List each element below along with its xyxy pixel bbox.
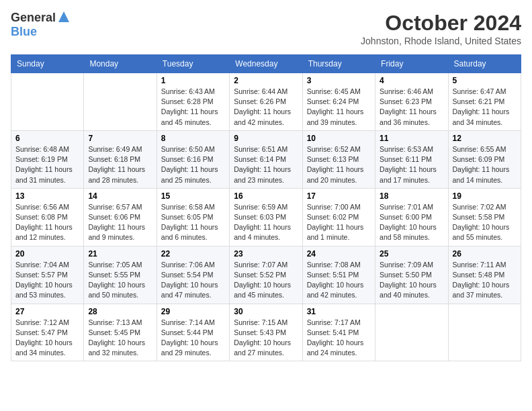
table-row: 4Sunrise: 6:46 AMSunset: 6:23 PMDaylight… xyxy=(375,73,448,131)
calendar-week-row: 27Sunrise: 7:12 AMSunset: 5:47 PMDayligh… xyxy=(11,304,521,361)
calendar-table: Sunday Monday Tuesday Wednesday Thursday… xyxy=(11,54,521,361)
day-number: 19 xyxy=(453,191,517,201)
cell-content: Sunrise: 6:46 AMSunset: 6:23 PMDaylight:… xyxy=(380,87,443,128)
cell-content: Sunrise: 6:55 AMSunset: 6:09 PMDaylight:… xyxy=(453,144,517,185)
table-row: 29Sunrise: 7:14 AMSunset: 5:44 PMDayligh… xyxy=(157,304,229,361)
table-row: 22Sunrise: 7:06 AMSunset: 5:54 PMDayligh… xyxy=(157,246,229,304)
cell-content: Sunrise: 6:53 AMSunset: 6:11 PMDaylight:… xyxy=(380,144,443,185)
day-number: 17 xyxy=(307,191,371,201)
cell-content: Sunrise: 6:58 AMSunset: 6:05 PMDaylight:… xyxy=(161,202,225,243)
table-row: 15Sunrise: 6:58 AMSunset: 6:05 PMDayligh… xyxy=(157,188,229,246)
day-number: 9 xyxy=(234,134,298,143)
table-row: 1Sunrise: 6:43 AMSunset: 6:28 PMDaylight… xyxy=(157,73,229,131)
table-row: 8Sunrise: 6:50 AMSunset: 6:16 PMDaylight… xyxy=(157,130,229,188)
day-number: 26 xyxy=(453,249,517,259)
cell-content: Sunrise: 7:15 AMSunset: 5:43 PMDaylight:… xyxy=(234,318,298,359)
cell-content: Sunrise: 6:57 AMSunset: 6:06 PMDaylight:… xyxy=(88,202,152,243)
day-number: 23 xyxy=(234,249,298,259)
cell-content: Sunrise: 6:49 AMSunset: 6:18 PMDaylight:… xyxy=(88,144,152,185)
table-row: 26Sunrise: 7:11 AMSunset: 5:48 PMDayligh… xyxy=(448,246,521,304)
table-row: 14Sunrise: 6:57 AMSunset: 6:06 PMDayligh… xyxy=(84,188,157,246)
table-row: 23Sunrise: 7:07 AMSunset: 5:52 PMDayligh… xyxy=(230,246,302,304)
cell-content: Sunrise: 6:43 AMSunset: 6:28 PMDaylight:… xyxy=(161,87,225,128)
day-number: 2 xyxy=(234,76,298,85)
cell-content: Sunrise: 7:12 AMSunset: 5:47 PMDaylight:… xyxy=(15,318,79,359)
table-row: 7Sunrise: 6:49 AMSunset: 6:18 PMDaylight… xyxy=(84,130,157,188)
day-number: 22 xyxy=(161,249,225,259)
cell-content: Sunrise: 6:52 AMSunset: 6:13 PMDaylight:… xyxy=(307,144,371,185)
svg-marker-0 xyxy=(58,11,69,22)
table-row xyxy=(448,304,521,361)
table-row xyxy=(84,73,157,131)
calendar-week-row: 13Sunrise: 6:56 AMSunset: 6:08 PMDayligh… xyxy=(11,188,521,246)
day-number: 15 xyxy=(161,191,225,201)
cell-content: Sunrise: 7:14 AMSunset: 5:44 PMDaylight:… xyxy=(161,318,225,359)
table-row: 31Sunrise: 7:17 AMSunset: 5:41 PMDayligh… xyxy=(302,304,375,361)
table-row xyxy=(375,304,448,361)
cell-content: Sunrise: 7:02 AMSunset: 5:58 PMDaylight:… xyxy=(453,202,517,243)
cell-content: Sunrise: 7:17 AMSunset: 5:41 PMDaylight:… xyxy=(307,318,371,359)
day-number: 31 xyxy=(307,307,371,316)
cell-content: Sunrise: 7:05 AMSunset: 5:55 PMDaylight:… xyxy=(88,260,152,301)
calendar-header-row: Sunday Monday Tuesday Wednesday Thursday… xyxy=(11,55,521,73)
col-friday: Friday xyxy=(375,55,448,73)
day-number: 4 xyxy=(380,76,443,85)
logo-general-text: General xyxy=(11,11,56,25)
table-row: 18Sunrise: 7:01 AMSunset: 6:00 PMDayligh… xyxy=(375,188,448,246)
table-row: 11Sunrise: 6:53 AMSunset: 6:11 PMDayligh… xyxy=(375,130,448,188)
table-row: 6Sunrise: 6:48 AMSunset: 6:19 PMDaylight… xyxy=(11,130,84,188)
logo-triangle-icon xyxy=(58,11,70,26)
day-number: 8 xyxy=(161,134,225,143)
day-number: 30 xyxy=(234,307,298,316)
cell-content: Sunrise: 7:08 AMSunset: 5:51 PMDaylight:… xyxy=(307,260,371,301)
day-number: 5 xyxy=(453,76,517,85)
logo: General Blue xyxy=(11,11,70,39)
table-row: 13Sunrise: 6:56 AMSunset: 6:08 PMDayligh… xyxy=(11,188,84,246)
table-row: 5Sunrise: 6:47 AMSunset: 6:21 PMDaylight… xyxy=(448,73,521,131)
calendar-week-row: 1Sunrise: 6:43 AMSunset: 6:28 PMDaylight… xyxy=(11,73,521,131)
logo-blue-text: Blue xyxy=(11,25,37,38)
day-number: 25 xyxy=(380,249,443,259)
day-number: 7 xyxy=(88,134,152,143)
table-row: 19Sunrise: 7:02 AMSunset: 5:58 PMDayligh… xyxy=(448,188,521,246)
cell-content: Sunrise: 6:59 AMSunset: 6:03 PMDaylight:… xyxy=(234,202,298,243)
col-sunday: Sunday xyxy=(11,55,84,73)
title-section: October 2024 Johnston, Rhode Island, Uni… xyxy=(361,11,521,46)
cell-content: Sunrise: 6:50 AMSunset: 6:16 PMDaylight:… xyxy=(161,144,225,185)
cell-content: Sunrise: 6:56 AMSunset: 6:08 PMDaylight:… xyxy=(15,202,79,243)
cell-content: Sunrise: 7:00 AMSunset: 6:02 PMDaylight:… xyxy=(307,202,371,243)
table-row: 27Sunrise: 7:12 AMSunset: 5:47 PMDayligh… xyxy=(11,304,84,361)
table-row: 3Sunrise: 6:45 AMSunset: 6:24 PMDaylight… xyxy=(302,73,375,131)
cell-content: Sunrise: 7:06 AMSunset: 5:54 PMDaylight:… xyxy=(161,260,225,301)
day-number: 11 xyxy=(380,134,443,143)
day-number: 14 xyxy=(88,191,152,201)
table-row: 2Sunrise: 6:44 AMSunset: 6:26 PMDaylight… xyxy=(230,73,302,131)
col-wednesday: Wednesday xyxy=(230,55,302,73)
month-title: October 2024 xyxy=(361,11,521,36)
cell-content: Sunrise: 7:11 AMSunset: 5:48 PMDaylight:… xyxy=(453,260,517,301)
calendar-week-row: 6Sunrise: 6:48 AMSunset: 6:19 PMDaylight… xyxy=(11,130,521,188)
cell-content: Sunrise: 6:47 AMSunset: 6:21 PMDaylight:… xyxy=(453,87,517,128)
col-thursday: Thursday xyxy=(302,55,375,73)
cell-content: Sunrise: 7:04 AMSunset: 5:57 PMDaylight:… xyxy=(15,260,79,301)
table-row: 9Sunrise: 6:51 AMSunset: 6:14 PMDaylight… xyxy=(230,130,302,188)
cell-content: Sunrise: 6:45 AMSunset: 6:24 PMDaylight:… xyxy=(307,87,371,128)
cell-content: Sunrise: 7:07 AMSunset: 5:52 PMDaylight:… xyxy=(234,260,298,301)
cell-content: Sunrise: 7:13 AMSunset: 5:45 PMDaylight:… xyxy=(88,318,152,359)
day-number: 29 xyxy=(161,307,225,316)
day-number: 6 xyxy=(15,134,79,143)
location: Johnston, Rhode Island, United States xyxy=(361,36,521,46)
day-number: 16 xyxy=(234,191,298,201)
table-row: 10Sunrise: 6:52 AMSunset: 6:13 PMDayligh… xyxy=(302,130,375,188)
table-row: 28Sunrise: 7:13 AMSunset: 5:45 PMDayligh… xyxy=(84,304,157,361)
col-monday: Monday xyxy=(84,55,157,73)
cell-content: Sunrise: 6:48 AMSunset: 6:19 PMDaylight:… xyxy=(15,144,79,185)
table-row: 25Sunrise: 7:09 AMSunset: 5:50 PMDayligh… xyxy=(375,246,448,304)
day-number: 24 xyxy=(307,249,371,259)
cell-content: Sunrise: 6:51 AMSunset: 6:14 PMDaylight:… xyxy=(234,144,298,185)
day-number: 27 xyxy=(15,307,79,316)
day-number: 1 xyxy=(161,76,225,85)
day-number: 18 xyxy=(380,191,443,201)
table-row: 17Sunrise: 7:00 AMSunset: 6:02 PMDayligh… xyxy=(302,188,375,246)
day-number: 13 xyxy=(15,191,79,201)
